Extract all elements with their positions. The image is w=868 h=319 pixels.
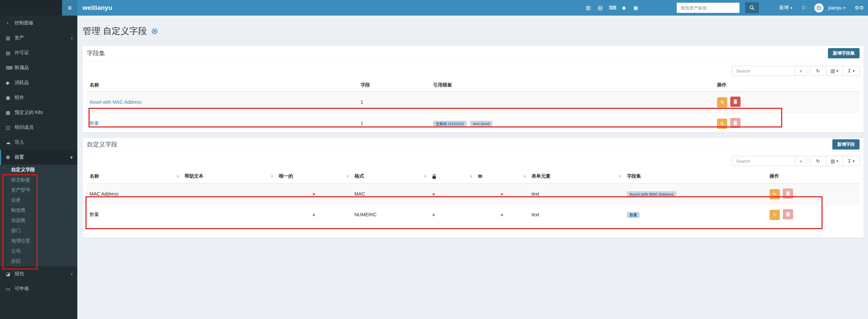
edit-button[interactable]: ✎ [717,97,727,107]
columns-button[interactable]: ▥▾ [826,66,843,76]
add-field-button[interactable]: 新增字段 [832,139,860,149]
sidebar-item-settings[interactable]: ⚙ 设置 ▾ [0,150,77,165]
sidebar-item-label: 报告 [15,271,24,277]
x-mark: × [312,212,315,218]
keyboard-accessories-icon[interactable]: ⌨ [609,5,615,11]
sidebar-item-requestable[interactable]: ▭ 可申领 [0,281,77,296]
sidebar-item-label: 组织成员 [15,124,34,131]
submenu-item-status-labels[interactable]: 状态标签 [0,175,77,185]
submenu-item-manufacturers[interactable]: 制造商 [0,205,77,216]
sidebar-item-assets[interactable]: ▥ 资产 ‹ [0,31,77,45]
model-tag[interactable]: 交换机 (1111111) [433,121,467,127]
flag-icon[interactable]: ⚐ [802,5,806,11]
trash-icon [733,121,737,125]
barcode-assets-icon[interactable]: ▥ [585,5,591,11]
format-cell: MAC [352,184,429,204]
column-header-fields[interactable]: 字段 [358,79,430,92]
submenu-item-suppliers[interactable]: 供应商 [0,216,77,226]
user-menu-dropdown[interactable]: yianyu ▾ [828,5,845,11]
columns-button[interactable]: ▥▾ [826,156,843,166]
sidebar-item-import[interactable]: ☁ 导入 [0,135,77,150]
sidebar-item-components[interactable]: ▣ 组件 [0,90,77,105]
fieldsets-search-input[interactable] [732,66,795,76]
delete-button-disabled[interactable] [730,118,740,128]
clear-search-button[interactable]: × [795,156,807,166]
column-header-format[interactable]: 格式▴▾ [352,169,429,184]
submenu-item-depreciation[interactable]: 折旧 [0,256,77,266]
fieldset-link[interactable]: 数量 [90,120,99,126]
sidebar-item-label: 预定义的 Kits [15,109,43,116]
submenu-label: 自定义字段 [11,167,35,173]
column-header-help[interactable]: 帮助文本▴▾ [182,169,276,184]
sidebar-item-kits[interactable]: ▦ 预定义的 Kits [0,105,77,120]
fieldset-tag[interactable]: 数量 [627,212,640,218]
custom-fields-panel: 自定义字段 新增字段 × ↻ ▥▾ ↧▾ [83,137,864,238]
field-name: MAC Address [87,184,182,204]
column-header-encrypted[interactable]: ▴▾ [429,169,475,184]
column-header-email[interactable]: ✉▴▾ [475,169,529,184]
droplet-consumables-icon[interactable]: ◆ [621,5,627,11]
create-new-dropdown[interactable]: 新增 ▾ [779,5,792,11]
hdd-components-icon[interactable]: ▣ [633,5,639,11]
refresh-button[interactable]: ↻ [810,66,826,76]
custom-fields-table: 名称▴▾ 帮助文本▴▾ 唯一的▴▾ 格式▴▾ ▴▾ ✉▴▾ 表单元素▴▾ 字段集… [87,169,860,225]
submenu-label: 地理位置 [11,238,30,244]
sidebar-item-licenses[interactable]: ▤ 许可证 [0,45,77,60]
edit-button[interactable]: ✎ [770,210,780,220]
submenu-item-categories[interactable]: 目录 [0,195,77,205]
table-row: 数量 × NUMERIC × × text 数量 ✎ [87,204,860,225]
bar-chart-icon: ◪ [6,271,15,277]
submenu-item-locations[interactable]: 地理位置 [0,236,77,246]
edit-button[interactable]: ✎ [717,119,727,129]
asset-tag-search-input[interactable] [677,3,739,13]
column-header-name[interactable]: 名称▴▾ [87,169,182,184]
lock-icon [432,174,436,179]
asset-tag-search-button[interactable] [745,2,759,13]
sidebar-item-dashboard[interactable]: ◔ 控制面板 [0,16,77,31]
download-icon: ↧ [847,158,851,164]
refresh-icon: ↻ [816,68,820,74]
table-row: 数量 1 交换机 (1111111) test (test) ✎ [87,113,860,134]
sidebar-toggle-button[interactable]: ≡ [62,0,77,16]
dashboard-icon: ◔ [6,20,15,26]
chevron-down-icon: ▾ [836,69,838,73]
column-header-fieldset[interactable]: 字段集 [624,169,767,184]
help-circle-x-icon[interactable]: ⊗ [151,27,158,35]
sidebar-item-reports[interactable]: ◪ 报告 ‹ [0,266,77,281]
submenu-label: 状态标签 [11,177,30,183]
fieldset-tag[interactable]: Asset with MAC Address [627,191,676,197]
submenu-item-asset-models[interactable]: 资产型号 [0,185,77,195]
model-tag[interactable]: test (test) [470,121,493,127]
delete-button-disabled[interactable] [783,209,793,219]
table-row: MAC Address × MAC × × text Asset with MA… [87,184,860,204]
column-header-models[interactable]: 引用模板 [430,79,714,92]
sidebar-item-people[interactable]: ◫ 组织成员 [0,120,77,135]
delete-button-disabled[interactable] [783,188,793,199]
logout-power-button[interactable] [814,3,824,13]
edit-button[interactable]: ✎ [770,189,780,199]
save-licenses-icon[interactable]: ▤ [597,5,603,11]
chevron-down-icon: ▾ [853,69,855,73]
submenu-item-custom-fields[interactable]: 自定义字段 [0,165,77,175]
submenu-item-departments[interactable]: 部门 [0,226,77,236]
column-header-unique[interactable]: 唯一的▴▾ [276,169,352,184]
fieldset-link[interactable]: Asset with MAC Address [90,99,141,105]
export-button[interactable]: ↧▾ [843,66,860,76]
column-header-name[interactable]: 名称 [87,79,358,92]
admin-gears-icon[interactable]: ⚙⚙ [855,5,864,11]
delete-button[interactable] [730,97,740,107]
x-mark: × [501,212,504,218]
submenu-item-companies[interactable]: 公司 [0,246,77,256]
column-header-element[interactable]: 表单元素▴▾ [529,169,624,184]
export-button[interactable]: ↧▾ [843,156,860,166]
navbar-quick-links: ▥ ▤ ⌨ ◆ ▣ [585,5,639,11]
asset-tag-search [677,2,759,13]
sidebar-item-consumables[interactable]: ◆ 消耗品 [0,75,77,90]
models-cell [430,92,714,113]
refresh-button[interactable]: ↻ [810,156,826,166]
fields-search-input[interactable] [732,156,795,166]
sidebar-item-accessories[interactable]: ⌨ 附属品 [0,60,77,75]
brand-title[interactable]: weitianyu [82,4,112,12]
add-fieldset-button[interactable]: 新增字段集 [828,48,860,58]
clear-search-button[interactable]: × [795,66,807,76]
